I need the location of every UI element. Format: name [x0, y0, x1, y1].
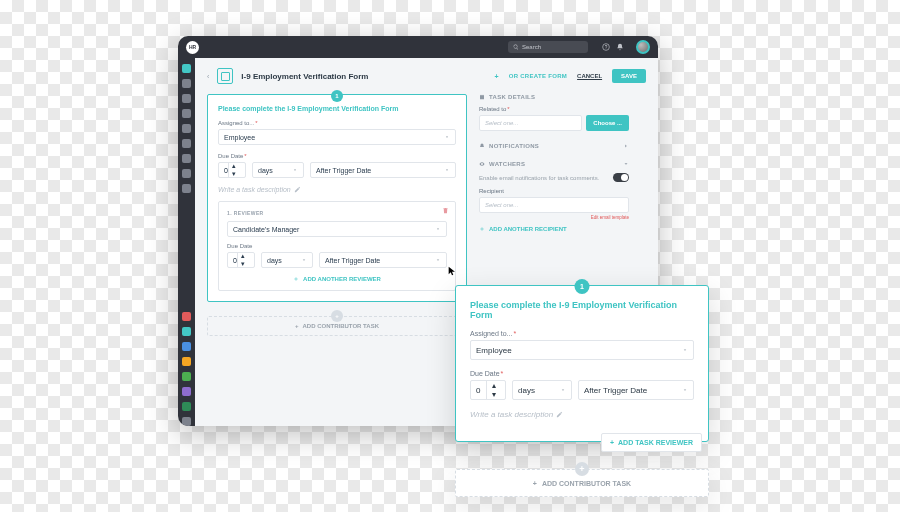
- rail-item[interactable]: [182, 124, 191, 133]
- rail-item[interactable]: [182, 372, 191, 381]
- card-heading: Please complete the I-9 Employment Verif…: [218, 105, 456, 112]
- rail-item[interactable]: [182, 184, 191, 193]
- recipient-select[interactable]: Select one...: [479, 197, 629, 213]
- due-unit: days: [518, 386, 535, 395]
- description-input[interactable]: Write a task description: [470, 410, 553, 419]
- avatar[interactable]: [636, 40, 650, 54]
- plus-icon: +: [331, 310, 343, 322]
- due-qty-input[interactable]: 0 ▴▾: [218, 162, 246, 178]
- recipient-placeholder: Select one...: [485, 202, 518, 208]
- add-recipient-label: ADD ANOTHER RECIPIENT: [489, 226, 567, 232]
- due-rel: After Trigger Date: [316, 167, 371, 174]
- rail-item[interactable]: [182, 94, 191, 103]
- svg-text:?: ?: [605, 45, 608, 50]
- card-heading: Please complete the I-9 Employment Verif…: [470, 300, 694, 320]
- task-details-heading: TASK DETAILS: [479, 94, 629, 100]
- cancel-link[interactable]: CANCEL: [577, 73, 602, 79]
- choose-button[interactable]: Choose ...: [586, 115, 629, 131]
- search-placeholder: Search: [522, 44, 541, 50]
- page-header: ‹ I-9 Employment Verification Form + OR …: [207, 68, 646, 84]
- chevron-down-icon: [560, 387, 566, 393]
- quantity-stepper[interactable]: ▴▾: [228, 162, 240, 178]
- help-icon[interactable]: ?: [602, 43, 610, 51]
- reviewer-label: 1. REVIEWER: [227, 210, 447, 216]
- chevron-down-icon: [435, 257, 441, 263]
- rail-item[interactable]: [182, 327, 191, 336]
- notifications-toggle[interactable]: [613, 173, 629, 182]
- chevron-down-icon: [444, 134, 450, 140]
- chevron-down-icon: [301, 257, 307, 263]
- assigned-select[interactable]: Employee: [470, 340, 694, 360]
- due-unit-select[interactable]: days: [252, 162, 304, 178]
- bell-icon[interactable]: [616, 43, 624, 51]
- due-label: Due Date: [470, 370, 694, 377]
- rail-item[interactable]: [182, 169, 191, 178]
- reviewer-select[interactable]: Candidate's Manager: [227, 221, 447, 237]
- reviewer-rel-select[interactable]: After Trigger Date: [319, 252, 447, 268]
- back-icon[interactable]: ‹: [207, 73, 209, 80]
- reviewer-qty-input[interactable]: 0 ▴▾: [227, 252, 255, 268]
- plus-icon: +: [575, 462, 589, 476]
- plus-icon: [293, 276, 299, 282]
- task-card: 1 Please complete the I-9 Employment Ver…: [207, 94, 467, 302]
- due-rel-select[interactable]: After Trigger Date: [578, 380, 694, 400]
- due-unit-select[interactable]: days: [512, 380, 572, 400]
- assigned-value: Employee: [476, 346, 512, 355]
- step-badge: 1: [575, 279, 590, 294]
- clipboard-icon: [479, 94, 485, 100]
- rail-item[interactable]: [182, 79, 191, 88]
- due-qty-input[interactable]: 0 ▴▾: [470, 380, 506, 400]
- step-badge: 1: [331, 90, 343, 102]
- rail-item[interactable]: [182, 342, 191, 351]
- watchers-heading[interactable]: WATCHERS: [479, 161, 629, 167]
- reviewer-unit: days: [267, 257, 282, 264]
- rail-item[interactable]: [182, 417, 191, 426]
- pencil-icon: [294, 186, 301, 193]
- reviewer-rel: After Trigger Date: [325, 257, 380, 264]
- related-label: Related to: [479, 106, 629, 112]
- notifications-heading[interactable]: NOTIFICATIONS: [479, 143, 629, 149]
- add-contributor-label: ADD CONTRIBUTOR TASK: [542, 480, 631, 487]
- chevron-right-icon: [623, 143, 629, 149]
- quantity-stepper[interactable]: ▴▾: [237, 252, 249, 268]
- rail-item[interactable]: [182, 154, 191, 163]
- rail-item[interactable]: [182, 402, 191, 411]
- rail-item[interactable]: [182, 387, 191, 396]
- cursor-icon: [447, 266, 457, 276]
- add-reviewer-label: ADD ANOTHER REVIEWER: [303, 276, 381, 282]
- due-rel-select[interactable]: After Trigger Date: [310, 162, 456, 178]
- watch-text: Enable email notifications for task comm…: [479, 175, 607, 181]
- due-rel: After Trigger Date: [584, 386, 647, 395]
- add-contributor-button[interactable]: + +ADD CONTRIBUTOR TASK: [207, 316, 467, 336]
- hr-logo-icon: HR: [186, 41, 199, 54]
- description-input[interactable]: Write a task description: [218, 186, 291, 193]
- rail-item[interactable]: [182, 64, 191, 73]
- eye-icon: [479, 161, 485, 167]
- add-task-reviewer-button[interactable]: + ADD TASK REVIEWER: [601, 433, 702, 452]
- create-form-link[interactable]: OR CREATE FORM: [509, 73, 567, 79]
- rail-item[interactable]: [182, 109, 191, 118]
- add-contributor-button[interactable]: + +ADD CONTRIBUTOR TASK: [455, 469, 709, 497]
- rail-item[interactable]: [182, 357, 191, 366]
- save-button[interactable]: SAVE: [612, 69, 646, 83]
- trash-icon[interactable]: [442, 207, 449, 214]
- related-select[interactable]: Select one...: [479, 115, 582, 131]
- add-reviewer-button[interactable]: ADD ANOTHER REVIEWER: [227, 276, 447, 282]
- chevron-down-icon: [682, 387, 688, 393]
- add-recipient-button[interactable]: ADD ANOTHER RECIPIENT: [479, 226, 629, 232]
- search-icon: [513, 44, 519, 50]
- task-card-zoom: 1 Please complete the I-9 Employment Ver…: [455, 285, 709, 442]
- search-input[interactable]: Search: [508, 41, 588, 53]
- assigned-select[interactable]: Employee: [218, 129, 456, 145]
- rail-item[interactable]: [182, 139, 191, 148]
- edit-template-link[interactable]: Edit email template: [479, 215, 629, 220]
- quantity-stepper[interactable]: ▴▾: [486, 381, 500, 399]
- chevron-down-icon: [292, 167, 298, 173]
- rail-item[interactable]: [182, 312, 191, 321]
- reviewer-unit-select[interactable]: days: [261, 252, 313, 268]
- related-placeholder: Select one...: [485, 120, 518, 126]
- due-unit: days: [258, 167, 273, 174]
- reviewer-card: 1. REVIEWER Candidate's Manager Due Date…: [218, 201, 456, 291]
- chevron-down-icon: [623, 161, 629, 167]
- chevron-down-icon: [435, 226, 441, 232]
